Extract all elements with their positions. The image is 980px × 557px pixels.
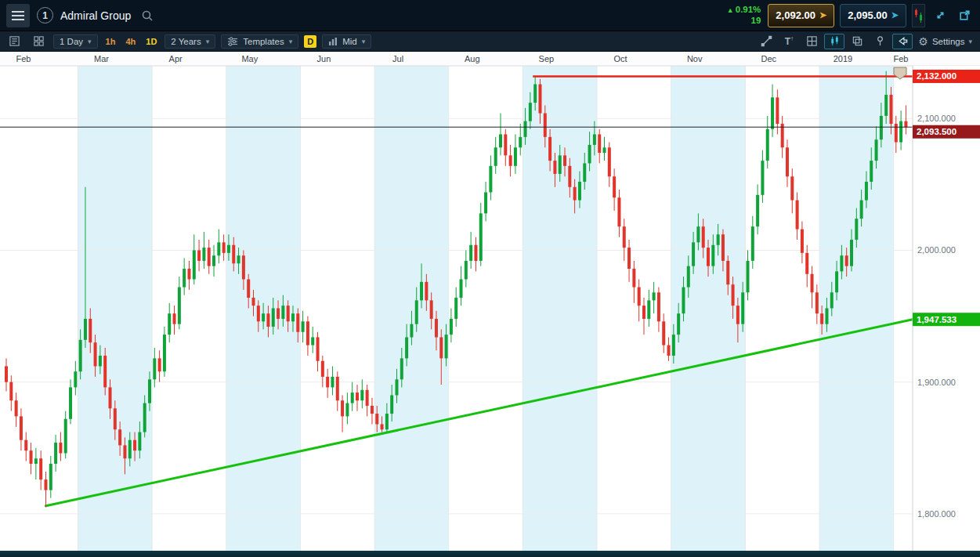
svg-text:Dec: Dec [761, 54, 777, 63]
svg-text:1,800.000: 1,800.000 [917, 509, 956, 519]
period-value: 1 Day [60, 37, 83, 46]
chevron-down-icon: ▾ [289, 38, 293, 45]
range-value: 2 Years [171, 37, 201, 46]
svg-text:Feb: Feb [894, 54, 909, 63]
trading-app-window: 1 Admiral Group ▲0.91% 19 2,092.00 ➤ 2,0… [0, 0, 980, 557]
chevron-down-icon: ▾ [968, 38, 972, 45]
expand-icon[interactable] [931, 6, 949, 25]
svg-text:1,900.000: 1,900.000 [917, 378, 956, 387]
buy-price: 2,095.00 [848, 9, 888, 21]
up-arrow-icon: ▲ [727, 6, 734, 14]
svg-text:Aug: Aug [465, 54, 480, 63]
news-panel-icon[interactable] [5, 34, 24, 49]
svg-text:2,000.000: 2,000.000 [917, 245, 956, 255]
svg-text:May: May [241, 54, 258, 63]
sliders-icon [227, 37, 238, 46]
timeframe-4h-button[interactable]: 4h [123, 35, 138, 48]
svg-text:Apr: Apr [169, 54, 183, 63]
svg-text:Jun: Jun [317, 54, 331, 63]
svg-text:Nov: Nov [687, 54, 703, 63]
svg-text:2,093.500: 2,093.500 [917, 127, 956, 136]
drawing-tool-icon[interactable] [756, 34, 776, 49]
chevron-down-icon: ▾ [362, 38, 366, 45]
top-bar: 1 Admiral Group ▲0.91% 19 2,092.00 ➤ 2,0… [0, 0, 980, 31]
compare-tool-icon[interactable] [847, 34, 867, 49]
svg-text:2,132.000: 2,132.000 [917, 71, 956, 81]
chevron-down-icon: ▾ [88, 38, 92, 45]
gear-icon: ⚙ [918, 35, 928, 48]
range-dropdown[interactable]: 2 Years ▾ [165, 34, 215, 49]
change-points: 19 [727, 16, 761, 26]
layout-grid-icon[interactable] [29, 34, 48, 49]
bars-icon [328, 37, 338, 45]
pop-out-icon[interactable] [955, 6, 974, 25]
chart-number-badge[interactable]: 1 [37, 7, 53, 24]
price-chart[interactable]: FebMarAprMayJunJulAugSepOctNovDec2019Feb… [0, 52, 980, 551]
sell-pointer-icon: ➤ [819, 10, 826, 20]
instrument-title: Admiral Group [60, 9, 131, 22]
bottom-strip [0, 551, 980, 557]
svg-text:2019: 2019 [834, 54, 852, 63]
candle-period-badge[interactable]: D [304, 35, 316, 48]
menu-icon[interactable] [6, 4, 30, 27]
period-dropdown[interactable]: 1 Day ▾ [53, 34, 98, 49]
buy-price-button[interactable]: 2,095.00 ➤ [840, 4, 906, 27]
svg-text:Jul: Jul [392, 54, 403, 63]
sell-price-button[interactable]: 2,092.00 ➤ [768, 4, 834, 27]
price-change-block: ▲0.91% 19 [727, 5, 761, 25]
chart-area[interactable]: FebMarAprMayJunJulAugSepOctNovDec2019Feb… [0, 52, 980, 551]
settings-label: Settings [932, 37, 965, 46]
chevron-down-icon: ▾ [206, 38, 210, 45]
timeframe-1d-button[interactable]: 1D [143, 35, 159, 48]
svg-text:Feb: Feb [16, 54, 31, 63]
svg-text:Oct: Oct [613, 54, 627, 63]
templates-dropdown[interactable]: Templates ▾ [221, 34, 298, 49]
mini-chart-icon[interactable] [912, 4, 925, 27]
svg-text:1,947.533: 1,947.533 [917, 315, 956, 324]
grid-tool-icon[interactable] [801, 34, 822, 49]
chart-toolbar: 1 Day ▾ 1h 4h 1D 2 Years ▾ Templates ▾ D… [0, 31, 980, 52]
price-mode-dropdown[interactable]: Mid ▾ [322, 34, 371, 49]
templates-label: Templates [243, 37, 284, 46]
svg-text:2,100.000: 2,100.000 [917, 114, 956, 123]
svg-text:Mar: Mar [94, 54, 109, 63]
search-icon[interactable] [138, 6, 157, 25]
text-tool-icon[interactable]: T↑ [779, 34, 799, 49]
price-mode-value: Mid [342, 37, 357, 46]
buy-pointer-icon: ➤ [891, 10, 899, 20]
timeframe-1h-button[interactable]: 1h [103, 35, 118, 48]
indicator-tool-icon[interactable] [870, 34, 890, 49]
cursor-tool-icon[interactable] [892, 34, 913, 49]
svg-text:Sep: Sep [539, 54, 555, 63]
sell-price: 2,092.00 [776, 9, 815, 21]
candlestick-chart-type-icon[interactable] [824, 34, 844, 49]
change-percent: 0.91% [736, 5, 761, 14]
settings-button[interactable]: ⚙ Settings ▾ [915, 35, 975, 48]
